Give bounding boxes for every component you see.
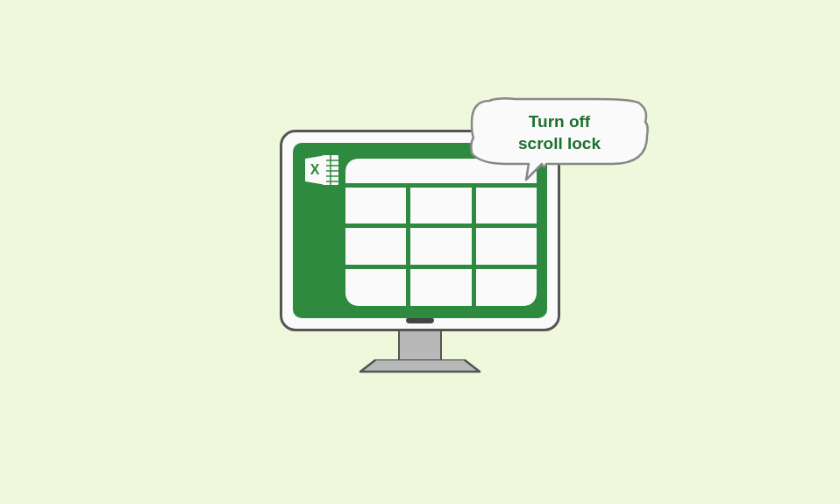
sheet-cells xyxy=(345,188,537,306)
speech-bubble: Turn off scroll lock xyxy=(463,92,656,180)
speech-bubble-text: Turn off scroll lock xyxy=(463,111,656,154)
bubble-line-1: Turn off xyxy=(529,112,590,131)
cell xyxy=(410,228,471,265)
bubble-line-2: scroll lock xyxy=(518,134,601,153)
camera-notch xyxy=(406,318,434,323)
cell xyxy=(345,188,406,224)
monitor-stand-base xyxy=(359,359,481,373)
monitor-stand-neck xyxy=(398,331,442,359)
cell xyxy=(476,228,537,265)
cell xyxy=(345,269,406,306)
cell xyxy=(476,269,537,306)
cell xyxy=(345,228,406,265)
cell xyxy=(410,269,471,306)
excel-icon: X xyxy=(303,153,340,187)
excel-x-letter: X xyxy=(310,162,320,177)
